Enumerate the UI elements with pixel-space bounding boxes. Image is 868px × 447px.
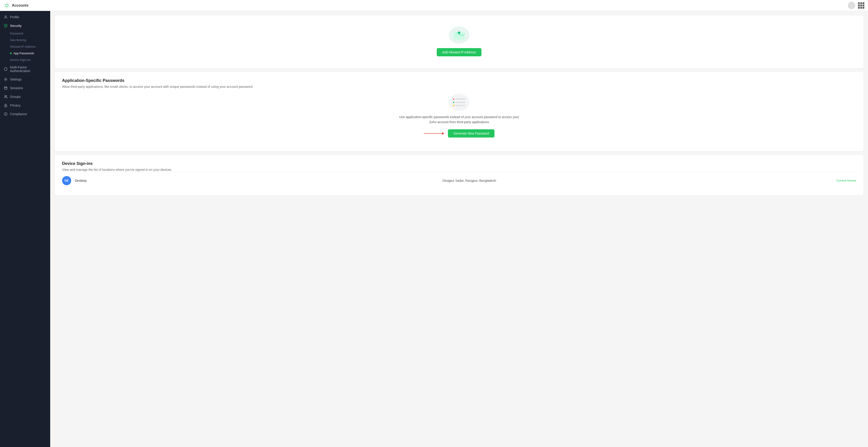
svg-point-7 [5, 106, 6, 106]
app-passwords-card-body: Application-Specific Passwords Allow thi… [55, 72, 863, 151]
svg-point-4 [5, 96, 6, 97]
sidebar-item-settings[interactable]: Settings [0, 75, 50, 84]
sidebar-security-label: Security [10, 24, 22, 28]
mfa-label: Multi-Factor Authentication [10, 65, 46, 73]
lock-icon [4, 103, 8, 107]
add-allowed-ip-button[interactable]: Add Allowed IP Address [437, 48, 482, 56]
svg-rect-3 [4, 87, 7, 89]
app-passwords-illustration: Use application-specific passwords inste… [62, 89, 856, 145]
app-passwords-title: Application-Specific Passwords [62, 78, 856, 83]
sidebar-subitem-device-signins[interactable]: Device Sign-ins [0, 57, 50, 63]
map-illustration [449, 27, 469, 43]
yellow-dot [453, 105, 454, 106]
sidebar-item-compliance[interactable]: Compliance [0, 110, 50, 118]
device-signins-description: View and manage the list of locations wh… [62, 167, 856, 172]
sidebar-item-security[interactable]: Security [0, 22, 50, 30]
line-bar-1 [455, 98, 465, 100]
pass-line-2 [453, 102, 465, 103]
compliance-icon [4, 112, 8, 116]
device-signins-label: Device Sign-ins [10, 58, 31, 62]
svg-point-11 [458, 34, 460, 35]
sidebar-item-sessions[interactable]: Sessions [0, 84, 50, 92]
red-dot [453, 98, 454, 100]
pass-line-3 [453, 105, 465, 106]
svg-point-1 [5, 16, 6, 17]
arrow-line [424, 133, 442, 134]
app-passwords-label: App Passwords [13, 52, 34, 55]
password-label: Password [10, 32, 23, 35]
security-submenu: Password Geo-fencing Allowed IP Address … [0, 30, 50, 63]
sidebar-subitem-password[interactable]: Password [0, 30, 50, 37]
pass-line-1 [453, 98, 465, 100]
sidebar-item-groups[interactable]: Groups [0, 92, 50, 101]
main-content: Add Allowed IP Address Application-Speci… [50, 11, 868, 447]
app-passwords-body-text: Use application-specific passwords inste… [398, 115, 521, 125]
zoho-logo-icon [4, 2, 10, 9]
allowed-ip-illustration: Add Allowed IP Address [62, 22, 856, 62]
groups-label: Groups [10, 95, 21, 98]
active-indicator [10, 53, 12, 54]
password-illustration [449, 94, 469, 111]
allowed-ip-label: Allowed IP Address [10, 45, 36, 49]
device-signins-card-body: Device Sign-ins View and manage the list… [55, 155, 863, 195]
app-passwords-card: Application-Specific Passwords Allow thi… [55, 72, 863, 151]
device-name: Desktop [75, 179, 102, 183]
sidebar-item-mfa[interactable]: Multi-Factor Authentication [0, 63, 50, 75]
arrow-button-container: Generate New Password [424, 129, 494, 137]
sidebar: Profile Security Password Geo-fencing Al… [0, 11, 50, 447]
red-arrow-indicator [424, 132, 444, 135]
group-icon [4, 95, 8, 99]
gear-icon [4, 77, 8, 82]
user-avatar[interactable] [848, 2, 855, 9]
sidebar-item-profile[interactable]: Profile [0, 13, 50, 22]
sidebar-profile-label: Profile [10, 15, 19, 19]
sidebar-subitem-app-passwords[interactable]: App Passwords [0, 50, 50, 57]
line-bar-3 [455, 105, 465, 106]
sessions-label: Sessions [10, 86, 23, 90]
apps-grid-button[interactable] [858, 2, 864, 9]
pass-lines-container [450, 98, 468, 106]
sidebar-subitem-allowed-ip[interactable]: Allowed IP Address [0, 43, 50, 50]
device-location: Dinajpur Sadar, Rangpur, Bangladesh [106, 179, 833, 183]
device-initials: DE [65, 179, 69, 182]
arrow-head [442, 132, 444, 135]
allowed-ip-card-body: Add Allowed IP Address [55, 15, 863, 68]
compliance-label: Compliance [10, 112, 27, 116]
device-signins-card: Device Sign-ins View and manage the list… [55, 155, 863, 195]
shield-check-icon [4, 67, 8, 71]
line-bar-2 [455, 102, 465, 103]
app-title: Accounts [12, 3, 29, 7]
topbar-brand: Accounts [4, 2, 29, 9]
map-icon [452, 29, 466, 41]
avatar: DE [62, 176, 71, 185]
geofencing-label: Geo-fencing [10, 38, 26, 42]
svg-point-2 [5, 79, 6, 80]
sidebar-item-privacy[interactable]: Privacy [0, 101, 50, 110]
calendar-icon [4, 86, 8, 90]
device-current-status: Current Device [836, 179, 856, 182]
sidebar-subitem-geofencing[interactable]: Geo-fencing [0, 37, 50, 43]
topbar: Accounts [0, 0, 868, 11]
shield-icon [4, 24, 8, 28]
table-row: DE Desktop Dinajpur Sadar, Rangpur, Bang… [62, 172, 856, 189]
allowed-ip-card: Add Allowed IP Address [55, 15, 863, 68]
device-signins-title: Device Sign-ins [62, 161, 856, 166]
green-dot [453, 102, 454, 103]
person-icon [4, 15, 8, 19]
privacy-label: Privacy [10, 103, 21, 107]
app-passwords-description: Allow third-party applications, like ema… [62, 85, 856, 89]
generate-password-button[interactable]: Generate New Password [448, 129, 494, 137]
svg-point-5 [6, 96, 7, 96]
topbar-actions [848, 2, 864, 9]
settings-label: Settings [10, 77, 22, 81]
